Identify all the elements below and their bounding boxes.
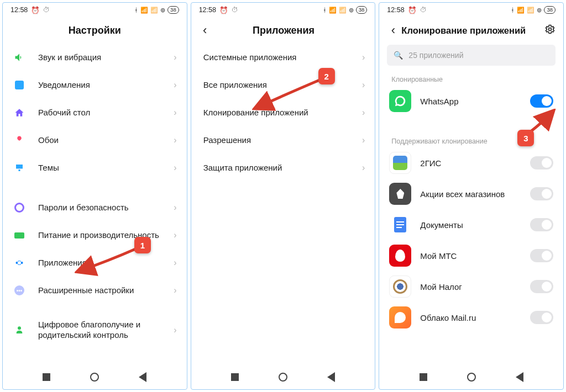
apps-item-permissions[interactable]: Разрешения › [191,126,375,154]
settings-item-notifications[interactable]: Уведомления › [3,71,187,99]
nav-home-icon[interactable] [279,373,287,382]
wallpaper-icon [13,134,26,147]
settings-item-wallpaper[interactable]: Обои › [3,126,187,154]
page-title: Настройки [69,25,121,36]
screen-settings: 12:58 ⏰ ⏱ ᚼ 📶 📶 ⊚ 38 Настройки Звук и ви… [2,2,187,390]
settings-item-label: Расширенные настройки [38,285,174,296]
app-label: Облако Mail.ru [420,313,530,322]
settings-item-apps[interactable]: Приложения › [3,249,187,277]
fingerprint-icon [13,201,26,214]
battery-indicator: 38 [167,6,179,14]
alarm-icon: ⏰ [408,6,417,14]
svg-point-0 [18,326,21,330]
clone-toggle[interactable] [530,187,553,200]
list-item-label: Клонирование приложений [203,108,362,118]
settings-item-wellbeing[interactable]: Цифровое благополучие и родительский кон… [3,316,187,344]
chevron-right-icon: › [174,163,176,173]
2gis-icon [389,152,411,174]
settings-item-themes[interactable]: Темы › [3,154,187,182]
settings-item-label: Питание и производительность [38,230,174,241]
annotation-callout-2: 2 [318,68,335,84]
settings-item-battery[interactable]: Питание и производительность › [3,221,187,249]
cloning-list[interactable]: Клонированные WhatsApp Поддерживают клон… [379,70,563,365]
clone-toggle[interactable] [530,311,553,324]
app-label: Документы [420,220,530,230]
settings-item-label: Звук и вибрация [38,52,174,63]
clone-toggle[interactable] [530,94,553,108]
nav-recents-icon[interactable] [231,373,239,381]
alarm-icon: ⏱ [232,6,239,14]
app-row-sales[interactable]: Акции всех магазинов [379,178,563,209]
settings-item-sound[interactable]: Звук и вибрация › [3,44,187,71]
app-row-docs[interactable]: Документы [379,209,563,240]
settings-list[interactable]: Звук и вибрация › Уведомления › Рабочий … [3,44,187,365]
back-button[interactable]: ‹ [387,23,399,38]
settings-item-label: Уведомления [38,80,174,91]
status-time: 12:58 [199,6,216,14]
app-label: Мой МТС [420,251,530,261]
home-icon [13,106,26,119]
chevron-right-icon: › [174,325,176,335]
nav-back-icon[interactable] [327,372,335,382]
app-row-nalog[interactable]: Мой Налог [379,271,563,302]
more-icon: ••• [13,284,26,297]
chevron-right-icon: › [174,230,176,240]
bluetooth-icon: ᚼ [511,7,515,13]
clone-toggle[interactable] [530,249,553,262]
chevron-right-icon: › [174,108,176,118]
wellbeing-icon [13,324,26,337]
clone-toggle[interactable] [530,156,553,169]
apps-icon [13,256,26,269]
settings-item-label: Цифровое благополучие и родительский кон… [38,320,174,341]
nav-bar [191,365,375,389]
chevron-right-icon: › [174,285,176,295]
apps-list[interactable]: Системные приложения › Все приложения › … [191,44,375,365]
app-row-mailru[interactable]: Облако Mail.ru [379,302,563,333]
apps-item-all[interactable]: Все приложения › [191,71,375,99]
chevron-right-icon: › [174,258,176,268]
section-supported-label: Поддерживают клонирование [379,132,563,147]
settings-item-advanced[interactable]: ••• Расширенные настройки › [3,277,187,304]
clone-toggle[interactable] [530,280,553,293]
mts-icon [389,245,411,267]
status-bar: 12:58 ⏰ ⏱ ᚼ 📶 📶 ⊚ 38 [191,3,375,17]
apps-item-cloning[interactable]: Клонирование приложений › [191,99,375,126]
settings-item-home[interactable]: Рабочий стол › [3,99,187,126]
nav-bar [3,365,187,389]
signal-icon: 📶 [150,7,158,14]
settings-gear-icon[interactable] [544,24,555,37]
alarm-icon: ⏱ [420,6,427,14]
nav-back-icon[interactable] [516,372,523,382]
alarm-icon: ⏱ [43,6,50,14]
alarm-icon: ⏰ [219,6,228,14]
list-item-label: Разрешения [203,135,362,146]
app-row-whatsapp[interactable]: WhatsApp [379,86,563,116]
signal-icon: 📶 [329,7,337,14]
page-title: Приложения [253,25,315,36]
battery-indicator: 38 [356,6,368,14]
nav-recents-icon[interactable] [43,373,50,381]
nav-back-icon[interactable] [139,372,146,382]
nav-home-icon[interactable] [467,373,476,382]
settings-item-security[interactable]: Пароли и безопасность › [3,194,187,221]
signal-icon: 📶 [527,7,534,14]
clone-toggle[interactable] [530,218,553,231]
settings-item-label: Обои [38,135,174,146]
list-item-label: Системные приложения [203,52,362,63]
nav-home-icon[interactable] [90,373,99,382]
search-icon: 🔍 [394,51,403,60]
back-button[interactable]: ‹ [199,23,211,38]
search-input[interactable]: 🔍 25 приложений [387,45,555,66]
chevron-right-icon: › [174,135,176,145]
search-placeholder: 25 приложений [408,51,463,60]
app-row-2gis[interactable]: 2ГИС [379,147,563,178]
section-cloned-label: Клонированные [379,70,563,86]
signal-icon: 📶 [517,7,525,14]
docs-icon [389,214,411,236]
apps-item-protection[interactable]: Защита приложений › [191,154,375,182]
app-row-mts[interactable]: Мой МТС [379,240,563,271]
list-item-label: Защита приложений [203,163,362,173]
alarm-icon: ⏰ [31,6,40,14]
nav-recents-icon[interactable] [420,373,427,381]
apps-item-system[interactable]: Системные приложения › [191,44,375,71]
